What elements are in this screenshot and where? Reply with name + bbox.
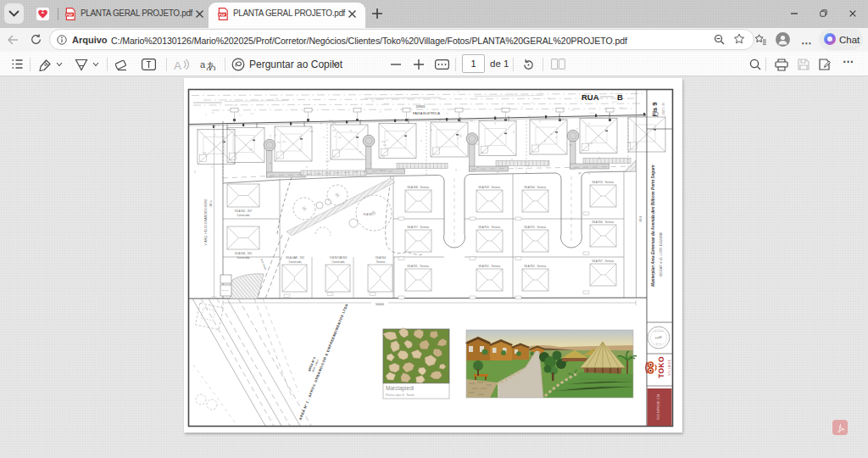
svg-text:B: B: [617, 92, 623, 102]
svg-text:VILA 906 - Terreno: VILA 906 - Terreno: [592, 221, 614, 224]
svg-text:Marciapiedi: Marciapiedi: [386, 385, 414, 392]
svg-text:VILA 957 - Terreno: VILA 957 - Terreno: [592, 260, 614, 263]
svg-text:Pietra tipo S. Tomé: Pietra tipo S. Tomé: [386, 393, 415, 397]
svg-text:46.4: 46.4: [639, 216, 643, 222]
svg-text:Construida: Construida: [237, 214, 250, 217]
svg-text:VILA 913 - Terreno: VILA 913 - Terreno: [592, 181, 614, 184]
svg-text:PDF: PDF: [66, 14, 73, 17]
svg-text:PDF: PDF: [219, 14, 225, 17]
svg-text:Fls 9: Fls 9: [651, 102, 659, 116]
svg-text:AREA Nº 1 - APROV. URBANO/COD: AREA Nº 1 - APROV. URBANO/COD E EMPREEND…: [298, 303, 349, 421]
svg-text:Masterplan Area Extensao da Av: Masterplan Area Extensao da Avenida dos …: [651, 165, 655, 287]
svg-text:VILA 906 - 941: VILA 906 - 941: [235, 252, 253, 255]
svg-text:a: a: [200, 59, 206, 70]
svg-text:VILLAGE: VILLAGE: [668, 359, 671, 376]
svg-text:Terreno: Terreno: [376, 260, 386, 264]
svg-text:V.M.NOVA 943: V.M.NOVA 943: [330, 256, 348, 260]
svg-text:VILA 951 - Terreno: VILA 951 - Terreno: [478, 265, 500, 268]
svg-text:Construida: Construida: [237, 256, 250, 260]
svg-text:PRACA: PRACA: [222, 289, 230, 292]
svg-text:VILA GAR - 942: VILA GAR - 942: [286, 256, 304, 260]
svg-text:14/02/17 - 09: 14/02/17 - 09: [662, 103, 665, 116]
svg-text:BRASIL: BRASIL: [656, 343, 661, 344]
svg-text:60 m: 60 m: [209, 200, 213, 206]
svg-text:A: A: [174, 59, 181, 72]
svg-text:あ: あ: [206, 60, 216, 71]
svg-text:VILA 902 - 907: VILA 902 - 907: [235, 209, 253, 213]
svg-text:FAIXA ELETRICA: FAIXA ELETRICA: [413, 111, 440, 115]
svg-text:VILA 911 - Terreno: VILA 911 - Terreno: [407, 265, 429, 268]
svg-text:Construida: Construida: [332, 260, 345, 264]
svg-text:TOKO: TOKO: [657, 356, 665, 378]
svg-text:VILA 912 - Terreno: VILA 912 - Terreno: [524, 226, 546, 229]
svg-text:VILA 905: VILA 905: [363, 213, 373, 216]
svg-text:TOKO EMPREEND. LTDA: TOKO EMPREEND. LTDA: [657, 394, 660, 420]
svg-text:.: .: [624, 96, 625, 100]
svg-text:50000: 50000: [376, 303, 384, 306]
svg-text:SEDCAR nº 25 - LOTE 15/12/2010: SEDCAR nº 25 - LOTE 15/12/2010: [659, 232, 663, 277]
svg-text:VILA 908 - Terreno: VILA 908 - Terreno: [407, 186, 429, 189]
svg-text:V. ARQ. HELIO GRANDES HEINE: V. ARQ. HELIO GRANDES HEINE: [204, 198, 208, 246]
svg-text:VILA 904 - Terreno: VILA 904 - Terreno: [524, 186, 546, 189]
svg-text:VILA 919 - Terreno: VILA 919 - Terreno: [478, 186, 500, 189]
svg-text:VILA 917 - Terreno: VILA 917 - Terreno: [407, 226, 429, 229]
svg-text:VILA 944: VILA 944: [376, 256, 387, 260]
svg-text:RUA TOKO: RUA TOKO: [260, 259, 268, 271]
svg-text:20905: 20905: [415, 104, 426, 109]
svg-text:VILA 910 - Terreno: VILA 910 - Terreno: [478, 226, 500, 229]
svg-text:RUA: RUA: [581, 92, 599, 102]
svg-text:ARQUITETURA: ARQUITETURA: [654, 330, 665, 332]
svg-text:Construida: Construida: [289, 260, 302, 264]
svg-text:VILA 952 - Terreno: VILA 952 - Terreno: [524, 265, 546, 268]
